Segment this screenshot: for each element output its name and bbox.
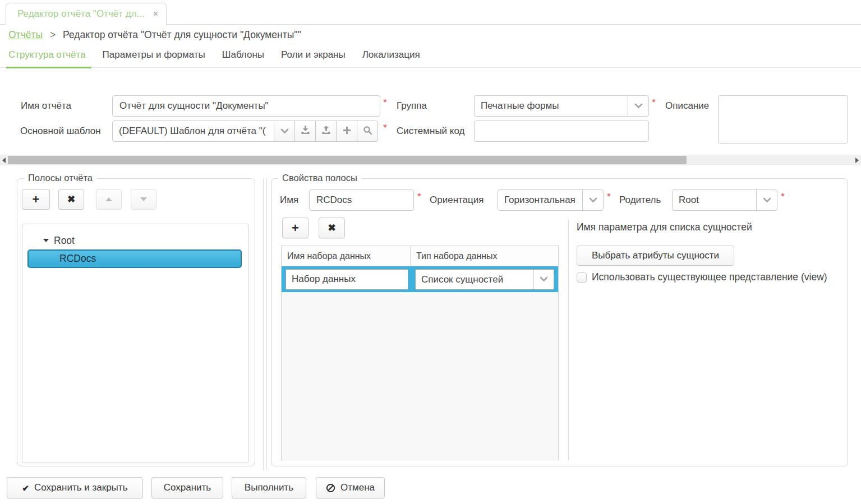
tree-node-rcdocs-selected[interactable]: RCDocs — [27, 249, 242, 268]
band-add-button[interactable]: + — [22, 189, 50, 210]
dataset-name-cell — [282, 269, 411, 290]
band-name-input[interactable] — [309, 189, 414, 211]
template-upload-button[interactable] — [315, 121, 337, 142]
breadcrumb: Отчёты > Редактор отчёта "Отчёт для сущн… — [8, 29, 301, 41]
orientation-required-marker: * — [607, 192, 611, 202]
column-header-dataset-name[interactable]: Имя набора данных — [282, 246, 411, 266]
entity-param-label: Имя параметра для списка сущностей — [577, 221, 752, 233]
orientation-select[interactable]: Горизонтальная — [498, 189, 604, 211]
dataset-type-cell: Список сущностей — [411, 269, 558, 290]
run-button[interactable]: Выполнить — [232, 477, 306, 498]
use-existing-view-label: Использовать существующее представление … — [592, 271, 827, 283]
datasets-table: Имя набора данных Тип набора данных Спис… — [281, 246, 559, 460]
report-name-label: Имя отчёта — [21, 95, 71, 117]
band-move-up-button[interactable] — [96, 189, 122, 210]
plus-icon — [343, 126, 351, 137]
use-existing-view-row: Использовать существующее представление … — [577, 271, 827, 283]
breadcrumb-link-reports[interactable]: Отчёты — [8, 29, 43, 40]
cancel-icon — [326, 483, 335, 493]
breadcrumb-separator: > — [50, 29, 56, 40]
template-download-button[interactable] — [294, 121, 316, 142]
report-name-required-marker: * — [383, 98, 387, 108]
band-remove-button[interactable]: ✖ — [58, 189, 84, 210]
arrow-down-icon — [140, 197, 147, 201]
chevron-down-icon — [280, 126, 289, 136]
chevron-down-icon[interactable] — [582, 190, 603, 210]
window-tab-title: Редактор отчёта "Отчёт дл... — [17, 8, 148, 20]
scroll-left-icon[interactable] — [2, 158, 6, 163]
tab-bar: Структура отчёта Параметры и форматы Шаб… — [0, 49, 861, 68]
group-select[interactable]: Печатные формы — [474, 95, 649, 117]
column-header-dataset-type[interactable]: Тип набора данных — [411, 246, 558, 266]
band-move-down-button[interactable] — [131, 189, 156, 210]
arrow-up-icon — [105, 197, 112, 201]
dataset-name-input[interactable] — [286, 269, 408, 290]
description-label: Описание — [665, 95, 709, 117]
report-name-input[interactable] — [112, 95, 380, 117]
dataset-remove-button[interactable]: ✖ — [319, 218, 345, 238]
group-label: Группа — [397, 95, 427, 117]
template-add-button[interactable] — [336, 121, 357, 142]
parent-select[interactable]: Root — [672, 189, 777, 211]
report-editor-screen: Редактор отчёта "Отчёт дл... × Отчёты > … — [0, 0, 861, 504]
bands-panel: Полосы отчёта + ✖ Root RCDocs — [17, 178, 255, 466]
dataset-type-value: Список сущностей — [416, 270, 533, 289]
system-code-input[interactable] — [474, 121, 649, 142]
system-code-label: Системный код — [397, 121, 464, 142]
tab-localization[interactable]: Локализация — [362, 49, 422, 67]
template-search-button[interactable] — [357, 121, 378, 142]
horizontal-scrollbar[interactable] — [0, 155, 861, 165]
tree-expander-icon[interactable] — [43, 239, 49, 242]
bands-tree: Root RCDocs — [22, 224, 248, 463]
cancel-button[interactable]: Отмена — [316, 477, 385, 498]
breadcrumb-current: Редактор отчёта "Отчёт для сущности "Док… — [63, 29, 301, 40]
template-actions — [274, 121, 378, 142]
scroll-right-icon[interactable] — [855, 158, 859, 163]
chevron-down-icon[interactable] — [628, 96, 648, 116]
band-properties-panel: Свойства полосы Имя * Ориентация Горизон… — [271, 178, 848, 466]
use-existing-view-checkbox[interactable] — [577, 272, 587, 283]
bands-panel-title: Полосы отчёта — [24, 173, 96, 183]
plus-icon: + — [292, 222, 299, 234]
check-icon: ✔ — [22, 484, 29, 492]
window-tab-close-icon[interactable]: × — [153, 9, 158, 19]
band-name-required-marker: * — [417, 192, 421, 202]
parent-select-value: Root — [673, 190, 756, 210]
save-button[interactable]: Сохранить — [151, 477, 223, 498]
tab-roles-screens[interactable]: Роли и экраны — [281, 49, 348, 67]
tab-templates[interactable]: Шаблоны — [222, 49, 266, 67]
parent-required-marker: * — [781, 192, 785, 202]
description-textarea[interactable] — [718, 95, 848, 144]
search-icon — [363, 126, 372, 137]
save-and-close-button[interactable]: ✔ Сохранить и закрыть — [7, 477, 143, 498]
panel-splitter[interactable] — [263, 178, 267, 470]
main-template-value: (DEFAULT) Шаблон для отчёта "( — [113, 121, 274, 141]
group-required-marker: * — [652, 98, 656, 108]
upload-icon — [321, 126, 331, 137]
table-row-selected[interactable]: Список сущностей — [282, 266, 558, 292]
tab-report-structure[interactable]: Структура отчёта — [8, 49, 88, 67]
choose-entity-attributes-button[interactable]: Выбрать атрибуты сущности — [577, 246, 734, 266]
plus-icon: + — [33, 193, 40, 206]
remove-icon: ✖ — [328, 223, 335, 233]
orientation-label: Ориентация — [430, 189, 484, 211]
parent-label: Родитель — [619, 189, 661, 211]
template-required-marker: * — [383, 123, 387, 133]
chevron-down-icon[interactable] — [756, 190, 777, 210]
chevron-down-icon[interactable] — [533, 270, 554, 289]
window-tab[interactable]: Редактор отчёта "Отчёт дл... × — [6, 3, 167, 25]
dataset-add-button[interactable]: + — [282, 218, 309, 238]
main-template-label: Основной шаблон — [20, 121, 101, 142]
datasets-table-header: Имя набора данных Тип набора данных — [282, 246, 558, 266]
dataset-type-select[interactable]: Список сущностей — [415, 269, 554, 290]
tab-parameters-formats[interactable]: Параметры и форматы — [103, 49, 208, 67]
group-select-value: Печатные формы — [475, 96, 628, 116]
properties-divider — [568, 219, 569, 460]
main-template-select[interactable]: (DEFAULT) Шаблон для отчёта "( — [112, 121, 275, 142]
download-icon — [301, 126, 310, 137]
scrollbar-thumb[interactable] — [8, 156, 687, 164]
remove-icon: ✖ — [67, 195, 75, 204]
tree-node-root-label: Root — [54, 235, 75, 247]
tree-node-root[interactable]: Root — [43, 232, 75, 249]
template-dropdown-button[interactable] — [274, 121, 295, 142]
